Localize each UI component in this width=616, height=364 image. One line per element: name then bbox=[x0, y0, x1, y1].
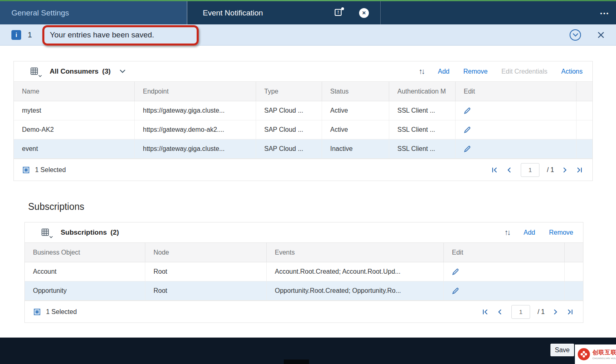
table-row[interactable]: mytest https://gateway.giga.cluste... SA… bbox=[14, 101, 592, 120]
view-switch-grid-icon[interactable] bbox=[41, 228, 50, 237]
watermark-title: 创联互联 bbox=[592, 349, 616, 356]
message-count: 1 bbox=[28, 31, 32, 39]
table-row[interactable]: Account Root Account.Root.Created; Accou… bbox=[25, 262, 583, 281]
last-page-icon[interactable] bbox=[566, 308, 574, 316]
consumers-table: All Consumers (3) ↑↓ Add Remove Edit Cre… bbox=[13, 61, 593, 181]
table-row[interactable]: Demo-AK2 https://gateway.demo-ak2.... SA… bbox=[14, 120, 592, 139]
subscriptions-heading: Subscriptions bbox=[28, 201, 84, 212]
pagination: 1 / 1 bbox=[491, 163, 583, 177]
previous-page-icon[interactable] bbox=[496, 308, 504, 316]
column-header-type[interactable]: Type bbox=[256, 82, 322, 101]
remove-consumer-button[interactable]: Remove bbox=[463, 68, 488, 75]
subscriptions-footer: 1 Selected 1 / 1 bbox=[25, 301, 583, 323]
info-icon: i bbox=[11, 30, 21, 40]
add-subscription-button[interactable]: Add bbox=[524, 229, 535, 236]
column-header-edit[interactable]: Edit bbox=[444, 243, 565, 262]
edit-credentials-button[interactable]: Edit Credentials bbox=[502, 68, 548, 75]
cell-name: mytest bbox=[14, 101, 135, 120]
edit-pencil-icon[interactable] bbox=[464, 126, 471, 133]
edit-pencil-icon[interactable] bbox=[452, 268, 459, 275]
subscriptions-title: Subscriptions bbox=[61, 229, 107, 237]
tab-close-icon[interactable]: ✕ bbox=[359, 8, 369, 18]
cell-status: Active bbox=[322, 101, 389, 120]
tab-bar: General Settings Event Notification ! ✕ … bbox=[0, 1, 616, 24]
table-row-selected[interactable]: event https://gateway.giga.cluste... SAP… bbox=[14, 139, 592, 159]
cell-auth: SSL Client ... bbox=[389, 101, 456, 120]
expand-messages-icon[interactable] bbox=[570, 29, 581, 41]
tab-event-notification[interactable]: Event Notification ! ✕ bbox=[187, 1, 381, 24]
notification-badge-icon[interactable]: ! bbox=[335, 9, 343, 17]
close-message-strip-icon[interactable] bbox=[597, 31, 605, 39]
tab-general-settings-label: General Settings bbox=[11, 9, 69, 17]
subscriptions-header-row: Business Object Node Events Edit bbox=[25, 243, 583, 262]
cell-endpoint: https://gateway.demo-ak2.... bbox=[135, 120, 256, 139]
cell-name: event bbox=[14, 139, 135, 158]
cell-node: Root bbox=[145, 262, 267, 281]
column-header-status[interactable]: Status bbox=[322, 82, 389, 101]
add-consumer-button[interactable]: Add bbox=[438, 68, 449, 75]
consumers-header-row: Name Endpoint Type Status Authentication… bbox=[14, 82, 592, 101]
cell-endpoint: https://gateway.giga.cluste... bbox=[135, 101, 256, 120]
tab-general-settings[interactable]: General Settings bbox=[0, 1, 187, 24]
column-header-empty bbox=[577, 82, 592, 101]
selection-indicator-icon bbox=[23, 167, 29, 173]
column-header-name[interactable]: Name bbox=[14, 82, 135, 101]
cell-node: Root bbox=[145, 281, 267, 300]
selection-indicator-icon bbox=[34, 309, 40, 315]
selected-count: 1 Selected bbox=[46, 308, 77, 316]
pagination: 1 / 1 bbox=[481, 305, 574, 319]
column-header-auth[interactable]: Authentication M bbox=[389, 82, 456, 101]
column-header-edit[interactable]: Edit bbox=[456, 82, 577, 101]
cell-auth: SSL Client ... bbox=[389, 120, 456, 139]
watermark-logo-icon bbox=[578, 348, 590, 360]
column-header-node[interactable]: Node bbox=[145, 243, 267, 262]
cell-status: Inactive bbox=[322, 139, 389, 158]
cell-business-object: Opportunity bbox=[25, 281, 145, 300]
overflow-menu-icon[interactable]: ••• bbox=[600, 10, 609, 16]
app-window: General Settings Event Notification ! ✕ … bbox=[0, 0, 616, 364]
column-header-empty bbox=[565, 243, 583, 262]
subscriptions-count: (2) bbox=[110, 229, 119, 237]
sort-icon[interactable]: ↑↓ bbox=[419, 67, 424, 76]
page-input[interactable]: 1 bbox=[511, 305, 530, 319]
consumers-count: (3) bbox=[102, 68, 111, 76]
bottom-notch bbox=[284, 360, 309, 364]
consumers-footer: 1 Selected 1 / 1 bbox=[14, 159, 592, 181]
cell-type: SAP Cloud ... bbox=[256, 101, 322, 120]
previous-page-icon[interactable] bbox=[505, 166, 513, 174]
cell-events: Account.Root.Created; Account.Root.Upd..… bbox=[267, 262, 444, 281]
edit-pencil-icon[interactable] bbox=[464, 107, 471, 114]
consumers-title: All Consumers bbox=[50, 68, 99, 76]
cell-type: SAP Cloud ... bbox=[256, 139, 322, 158]
last-page-icon[interactable] bbox=[575, 166, 583, 174]
save-button[interactable]: Save bbox=[550, 344, 574, 356]
edit-pencil-icon[interactable] bbox=[464, 145, 471, 153]
first-page-icon[interactable] bbox=[481, 308, 489, 316]
table-row-selected[interactable]: Opportunity Root Opportunity.Root.Create… bbox=[25, 281, 583, 301]
edit-pencil-icon[interactable] bbox=[452, 287, 459, 294]
watermark: 创联互联 CHUANGLIAN HULIAN bbox=[575, 344, 616, 364]
actions-button[interactable]: Actions bbox=[561, 68, 583, 75]
first-page-icon[interactable] bbox=[491, 166, 499, 174]
column-header-events[interactable]: Events bbox=[267, 243, 444, 262]
message-strip: i 1 Your entries have been saved. bbox=[0, 24, 616, 46]
consumers-toolbar: All Consumers (3) ↑↓ Add Remove Edit Cre… bbox=[14, 61, 592, 82]
tab-bar-rest: ••• bbox=[381, 1, 616, 24]
remove-subscription-button[interactable]: Remove bbox=[549, 229, 573, 236]
subscriptions-table: Subscriptions (2) ↑↓ Add Remove Business… bbox=[24, 222, 583, 323]
sort-icon[interactable]: ↑↓ bbox=[504, 228, 510, 237]
variant-chevron-icon[interactable] bbox=[120, 70, 125, 73]
column-header-endpoint[interactable]: Endpoint bbox=[135, 82, 256, 101]
next-page-icon[interactable] bbox=[551, 308, 559, 316]
next-page-icon[interactable] bbox=[561, 166, 569, 174]
page-input[interactable]: 1 bbox=[521, 163, 539, 177]
column-header-business-object[interactable]: Business Object bbox=[25, 243, 145, 262]
cell-name: Demo-AK2 bbox=[14, 120, 135, 139]
view-switch-grid-icon[interactable] bbox=[30, 67, 39, 76]
cell-events: Opportunity.Root.Created; Opportunity.Ro… bbox=[267, 281, 444, 300]
page-total: / 1 bbox=[537, 308, 545, 316]
message-text: Your entries have been saved. bbox=[50, 31, 154, 39]
cell-status: Active bbox=[322, 120, 389, 139]
cell-endpoint: https://gateway.giga.cluste... bbox=[135, 139, 256, 158]
subscriptions-toolbar: Subscriptions (2) ↑↓ Add Remove bbox=[25, 222, 583, 243]
